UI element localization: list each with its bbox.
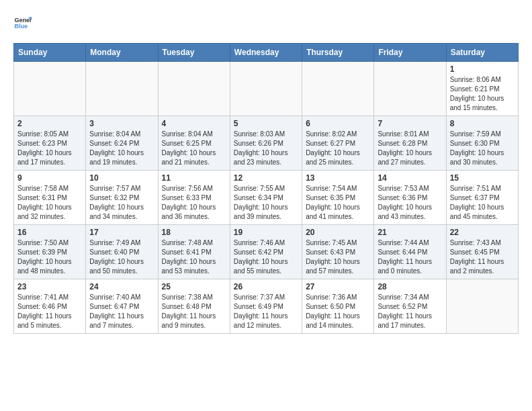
- day-number: 24: [89, 282, 154, 291]
- calendar-cell: 10Sunrise: 7:57 AM Sunset: 6:32 PM Dayli…: [86, 171, 158, 225]
- weekday-header-sunday: Sunday: [14, 44, 86, 62]
- day-number: 19: [234, 228, 298, 237]
- calendar-cell: 12Sunrise: 7:55 AM Sunset: 6:34 PM Dayli…: [230, 171, 302, 225]
- day-number: 28: [378, 282, 442, 291]
- day-info: Sunrise: 7:55 AM Sunset: 6:34 PM Dayligh…: [234, 184, 298, 222]
- day-number: 4: [162, 119, 226, 128]
- calendar-cell: 14Sunrise: 7:53 AM Sunset: 6:36 PM Dayli…: [374, 171, 446, 225]
- day-number: 17: [89, 228, 154, 237]
- calendar-cell: 8Sunrise: 7:59 AM Sunset: 6:30 PM Daylig…: [446, 116, 518, 171]
- day-info: Sunrise: 7:34 AM Sunset: 6:52 PM Dayligh…: [378, 293, 442, 330]
- day-number: 6: [306, 119, 370, 128]
- day-number: 7: [378, 119, 442, 128]
- calendar-cell: 24Sunrise: 7:40 AM Sunset: 6:47 PM Dayli…: [86, 279, 158, 334]
- day-info: Sunrise: 7:45 AM Sunset: 6:43 PM Dayligh…: [306, 238, 370, 276]
- day-info: Sunrise: 7:38 AM Sunset: 6:48 PM Dayligh…: [162, 293, 226, 330]
- day-number: 27: [306, 282, 370, 291]
- day-info: Sunrise: 7:49 AM Sunset: 6:40 PM Dayligh…: [89, 238, 154, 276]
- calendar-cell: 20Sunrise: 7:45 AM Sunset: 6:43 PM Dayli…: [302, 225, 374, 279]
- day-number: 23: [17, 282, 82, 291]
- day-info: Sunrise: 7:58 AM Sunset: 6:31 PM Dayligh…: [17, 184, 82, 222]
- day-info: Sunrise: 7:44 AM Sunset: 6:44 PM Dayligh…: [378, 238, 442, 276]
- day-info: Sunrise: 8:04 AM Sunset: 6:24 PM Dayligh…: [89, 130, 154, 167]
- day-info: Sunrise: 7:43 AM Sunset: 6:45 PM Dayligh…: [450, 238, 515, 276]
- day-number: 3: [89, 119, 154, 128]
- day-info: Sunrise: 7:59 AM Sunset: 6:30 PM Dayligh…: [450, 130, 515, 167]
- day-number: 8: [450, 119, 515, 128]
- calendar-cell: 7Sunrise: 8:01 AM Sunset: 6:28 PM Daylig…: [374, 116, 446, 171]
- weekday-header-thursday: Thursday: [302, 44, 374, 62]
- day-number: 22: [450, 228, 515, 237]
- day-info: Sunrise: 7:40 AM Sunset: 6:47 PM Dayligh…: [89, 293, 154, 330]
- day-info: Sunrise: 8:01 AM Sunset: 6:28 PM Dayligh…: [378, 130, 442, 167]
- calendar-cell: 11Sunrise: 7:56 AM Sunset: 6:33 PM Dayli…: [158, 171, 230, 225]
- weekday-header-monday: Monday: [86, 44, 158, 62]
- calendar-cell: 15Sunrise: 7:51 AM Sunset: 6:37 PM Dayli…: [446, 171, 518, 225]
- day-number: 2: [17, 119, 82, 128]
- calendar-cell: 3Sunrise: 8:04 AM Sunset: 6:24 PM Daylig…: [86, 116, 158, 171]
- calendar-cell: 22Sunrise: 7:43 AM Sunset: 6:45 PM Dayli…: [446, 225, 518, 279]
- calendar-table: SundayMondayTuesdayWednesdayThursdayFrid…: [13, 43, 519, 334]
- calendar-cell: 5Sunrise: 8:03 AM Sunset: 6:26 PM Daylig…: [230, 116, 302, 171]
- day-info: Sunrise: 7:56 AM Sunset: 6:33 PM Dayligh…: [162, 184, 226, 222]
- page-header: General Blue: [13, 13, 519, 32]
- day-info: Sunrise: 8:06 AM Sunset: 6:21 PM Dayligh…: [450, 75, 515, 113]
- day-info: Sunrise: 7:41 AM Sunset: 6:46 PM Dayligh…: [17, 293, 82, 330]
- calendar-cell: 2Sunrise: 8:05 AM Sunset: 6:23 PM Daylig…: [14, 116, 86, 171]
- day-info: Sunrise: 7:37 AM Sunset: 6:49 PM Dayligh…: [234, 293, 298, 330]
- svg-text:Blue: Blue: [14, 23, 28, 30]
- calendar-cell: [14, 62, 86, 116]
- calendar-cell: 4Sunrise: 8:04 AM Sunset: 6:25 PM Daylig…: [158, 116, 230, 171]
- weekday-header-friday: Friday: [374, 44, 446, 62]
- day-number: 9: [17, 173, 82, 183]
- week-row-3: 9Sunrise: 7:58 AM Sunset: 6:31 PM Daylig…: [14, 171, 519, 225]
- day-number: 25: [162, 282, 226, 291]
- week-row-4: 16Sunrise: 7:50 AM Sunset: 6:39 PM Dayli…: [14, 225, 519, 279]
- day-info: Sunrise: 7:51 AM Sunset: 6:37 PM Dayligh…: [450, 184, 515, 222]
- calendar-cell: 6Sunrise: 8:02 AM Sunset: 6:27 PM Daylig…: [302, 116, 374, 171]
- calendar-cell: [86, 62, 158, 116]
- week-row-2: 2Sunrise: 8:05 AM Sunset: 6:23 PM Daylig…: [14, 116, 519, 171]
- day-info: Sunrise: 8:02 AM Sunset: 6:27 PM Dayligh…: [306, 130, 370, 167]
- day-info: Sunrise: 7:48 AM Sunset: 6:41 PM Dayligh…: [162, 238, 226, 276]
- calendar-cell: 16Sunrise: 7:50 AM Sunset: 6:39 PM Dayli…: [14, 225, 86, 279]
- week-row-5: 23Sunrise: 7:41 AM Sunset: 6:46 PM Dayli…: [14, 279, 519, 334]
- day-info: Sunrise: 8:04 AM Sunset: 6:25 PM Dayligh…: [162, 130, 226, 167]
- day-info: Sunrise: 7:53 AM Sunset: 6:36 PM Dayligh…: [378, 184, 442, 222]
- day-number: 20: [306, 228, 370, 237]
- calendar-cell: 27Sunrise: 7:36 AM Sunset: 6:50 PM Dayli…: [302, 279, 374, 334]
- weekday-header-tuesday: Tuesday: [158, 44, 230, 62]
- week-row-1: 1Sunrise: 8:06 AM Sunset: 6:21 PM Daylig…: [14, 62, 519, 116]
- calendar-cell: 9Sunrise: 7:58 AM Sunset: 6:31 PM Daylig…: [14, 171, 86, 225]
- day-number: 12: [234, 173, 298, 183]
- day-info: Sunrise: 8:05 AM Sunset: 6:23 PM Dayligh…: [17, 130, 82, 167]
- day-info: Sunrise: 7:50 AM Sunset: 6:39 PM Dayligh…: [17, 238, 82, 276]
- logo-icon: General Blue: [13, 13, 32, 32]
- calendar-cell: 1Sunrise: 8:06 AM Sunset: 6:21 PM Daylig…: [446, 62, 518, 116]
- calendar-cell: 23Sunrise: 7:41 AM Sunset: 6:46 PM Dayli…: [14, 279, 86, 334]
- calendar-cell: [230, 62, 302, 116]
- day-number: 5: [234, 119, 298, 128]
- day-number: 18: [162, 228, 226, 237]
- calendar-cell: [374, 62, 446, 116]
- day-number: 26: [234, 282, 298, 291]
- day-info: Sunrise: 7:57 AM Sunset: 6:32 PM Dayligh…: [89, 184, 154, 222]
- weekday-header-row: SundayMondayTuesdayWednesdayThursdayFrid…: [14, 44, 519, 62]
- day-info: Sunrise: 7:46 AM Sunset: 6:42 PM Dayligh…: [234, 238, 298, 276]
- day-number: 14: [378, 173, 442, 183]
- calendar-cell: 17Sunrise: 7:49 AM Sunset: 6:40 PM Dayli…: [86, 225, 158, 279]
- day-number: 13: [306, 173, 370, 183]
- day-number: 11: [162, 173, 226, 183]
- day-number: 10: [89, 173, 154, 183]
- day-number: 21: [378, 228, 442, 237]
- day-info: Sunrise: 7:54 AM Sunset: 6:35 PM Dayligh…: [306, 184, 370, 222]
- calendar-cell: 25Sunrise: 7:38 AM Sunset: 6:48 PM Dayli…: [158, 279, 230, 334]
- weekday-header-wednesday: Wednesday: [230, 44, 302, 62]
- calendar-cell: 28Sunrise: 7:34 AM Sunset: 6:52 PM Dayli…: [374, 279, 446, 334]
- day-number: 1: [450, 64, 515, 74]
- day-number: 15: [450, 173, 515, 183]
- calendar-cell: 19Sunrise: 7:46 AM Sunset: 6:42 PM Dayli…: [230, 225, 302, 279]
- calendar-cell: 26Sunrise: 7:37 AM Sunset: 6:49 PM Dayli…: [230, 279, 302, 334]
- calendar-cell: 21Sunrise: 7:44 AM Sunset: 6:44 PM Dayli…: [374, 225, 446, 279]
- calendar-cell: [158, 62, 230, 116]
